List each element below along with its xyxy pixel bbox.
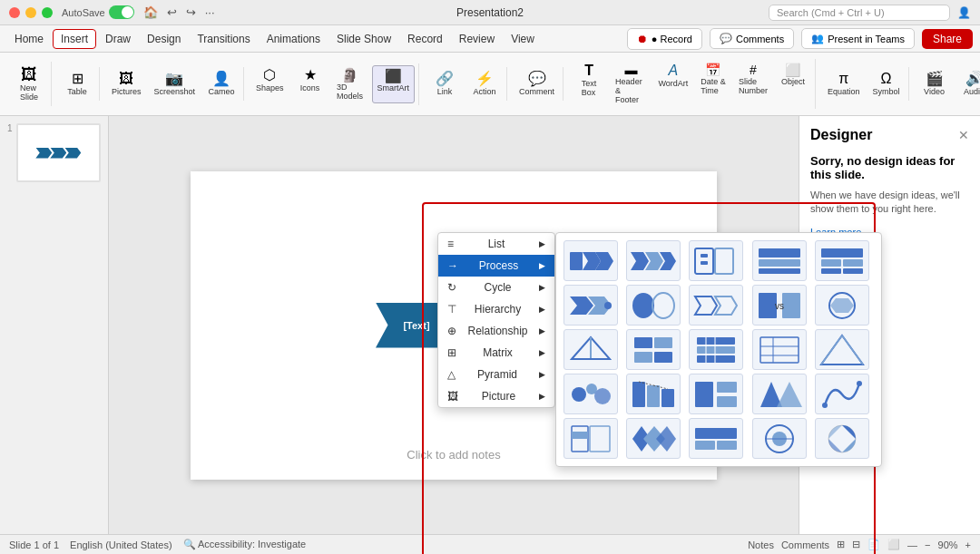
smartart-cell-8[interactable] xyxy=(689,285,743,326)
date-time-icon: 📅 xyxy=(705,63,720,76)
account-icon[interactable]: 👤 xyxy=(957,6,971,19)
zoom-out-button[interactable]: − xyxy=(925,539,930,550)
home-icon[interactable]: 🏠 xyxy=(143,5,158,19)
new-slide-button[interactable]: 🖼 NewSlide xyxy=(11,63,47,104)
minimize-window-button[interactable] xyxy=(25,7,36,18)
view-reading-icon[interactable]: 📄 xyxy=(867,539,880,550)
smartart-button[interactable]: ⬛ SmartArt xyxy=(372,65,416,103)
text-box-button[interactable]: T TextBox xyxy=(571,61,607,107)
redo-icon[interactable]: ↪ xyxy=(186,5,196,19)
smartart-cell-16[interactable] xyxy=(564,374,618,414)
zoom-in-button[interactable]: + xyxy=(965,539,971,550)
smartart-cell-22[interactable] xyxy=(626,418,681,459)
smartart-cell-20[interactable] xyxy=(815,374,869,414)
search-bar[interactable]: Search (Cmd + Ctrl + U) xyxy=(769,5,950,21)
smartart-cell-9[interactable]: vs xyxy=(752,285,807,326)
view-slide-sorter-icon[interactable]: ⊟ xyxy=(852,539,860,550)
smartart-menu[interactable]: ≡ List ▶ → Process ▶ ↻ Cycle ▶ ⊤ Hierarc… xyxy=(437,232,555,408)
smartart-cell-18[interactable] xyxy=(689,374,743,414)
smartart-cell-3[interactable] xyxy=(689,240,743,281)
smartart-cell-7[interactable] xyxy=(626,285,681,326)
smartart-relationship-item[interactable]: ⊕ Relationship ▶ xyxy=(438,320,554,342)
comments-status-button[interactable]: Comments xyxy=(781,539,829,550)
menu-animations[interactable]: Animations xyxy=(260,30,328,48)
slide-number-button[interactable]: # SlideNumber xyxy=(735,61,771,107)
smartart-cell-2[interactable] xyxy=(626,240,681,281)
click-to-add-notes[interactable]: Click to add notes xyxy=(407,448,500,462)
present-teams-button[interactable]: 👥 Present in Teams xyxy=(801,28,915,49)
comment-button[interactable]: 💬 Comment xyxy=(514,69,559,99)
smartart-cell-24[interactable] xyxy=(752,418,807,459)
date-time-button[interactable]: 📅 Date &Time xyxy=(695,61,731,107)
smartart-cell-14[interactable] xyxy=(752,329,807,370)
smartart-cell-15[interactable] xyxy=(815,329,869,370)
smartart-list-item[interactable]: ≡ List ▶ xyxy=(438,233,554,255)
menu-insert[interactable]: Insert xyxy=(53,29,96,49)
svg-rect-71 xyxy=(695,441,715,450)
header-footer-button[interactable]: ▬ Header &Footer xyxy=(611,61,652,107)
menu-home[interactable]: Home xyxy=(7,30,51,48)
smartart-cell-13[interactable] xyxy=(689,329,743,370)
3d-models-button[interactable]: 🗿 3DModels xyxy=(332,65,368,103)
ribbon-group-text: T TextBox ▬ Header &Footer A WordArt 📅 D… xyxy=(567,59,816,109)
title-bar-nav: 🏠 ↩ ↪ ··· xyxy=(143,5,215,19)
smartart-cell-25[interactable] xyxy=(815,418,869,459)
smartart-cycle-item[interactable]: ↻ Cycle ▶ xyxy=(438,277,554,298)
shapes-button[interactable]: ⬡ Shapes xyxy=(251,65,289,103)
smartart-hierarchy-item[interactable]: ⊤ Hierarchy ▶ xyxy=(438,298,554,320)
notes-button[interactable]: Notes xyxy=(748,539,774,550)
canvas-area[interactable]: [Text] [Te... Click to add notes ≡ List … xyxy=(109,116,799,534)
smartart-cell-12[interactable] xyxy=(626,329,681,370)
smartart-cell-1[interactable] xyxy=(564,240,618,281)
object-button[interactable]: ⬜ Object xyxy=(775,61,811,107)
autosave-toggle[interactable] xyxy=(109,5,134,19)
smartart-cell-19[interactable] xyxy=(752,374,807,414)
smartart-cell-23[interactable] xyxy=(689,418,743,459)
audio-button[interactable]: 🔊 Audio xyxy=(956,69,980,99)
smartart-picture-item[interactable]: 🖼 Picture ▶ xyxy=(438,385,554,407)
cameo-button[interactable]: 👤 Cameo xyxy=(203,69,240,99)
smartart-cell-10[interactable] xyxy=(815,285,869,326)
smartart-grid-panel[interactable]: vs xyxy=(555,232,882,467)
smartart-cell-21[interactable] xyxy=(564,418,618,459)
smartart-matrix-item[interactable]: ⊞ Matrix ▶ xyxy=(438,342,554,364)
menu-slideshow[interactable]: Slide Show xyxy=(329,30,398,48)
smartart-cell-5[interactable] xyxy=(815,240,869,281)
pictures-button[interactable]: 🖼 Pictures xyxy=(107,69,146,99)
screenshot-button[interactable]: 📷 Screenshot xyxy=(150,69,201,99)
menu-view[interactable]: View xyxy=(504,30,542,48)
menu-review[interactable]: Review xyxy=(452,30,502,48)
menu-record[interactable]: Record xyxy=(400,30,450,48)
share-button[interactable]: Share xyxy=(922,29,973,49)
smartart-process-item[interactable]: → Process ▶ xyxy=(438,255,554,277)
action-button[interactable]: ⚡ Action xyxy=(466,69,503,99)
smartart-pyramid-item[interactable]: △ Pyramid ▶ xyxy=(438,364,554,385)
smartart-cell-4[interactable] xyxy=(752,240,807,281)
smartart-cell-6[interactable] xyxy=(564,285,618,326)
view-normal-icon[interactable]: ⊞ xyxy=(837,539,845,550)
fullscreen-window-button[interactable] xyxy=(42,7,53,18)
menu-draw[interactable]: Draw xyxy=(98,30,138,48)
table-button[interactable]: ⊞ Table xyxy=(59,69,95,99)
menu-transitions[interactable]: Transitions xyxy=(190,30,257,48)
smartart-cell-11[interactable] xyxy=(564,329,618,370)
video-button[interactable]: 🎬 Video xyxy=(916,69,953,99)
more-icon[interactable]: ··· xyxy=(205,5,215,19)
equation-button[interactable]: π Equation xyxy=(823,69,865,99)
menu-design[interactable]: Design xyxy=(140,30,188,48)
link-button[interactable]: 🔗 Link xyxy=(426,69,463,99)
view-presenter-icon[interactable]: ⬜ xyxy=(887,539,900,550)
3d-models-icon: 🗿 xyxy=(341,68,358,82)
comments-ribbon-button[interactable]: 💬 Comments xyxy=(710,28,794,49)
icons-button[interactable]: ★ Icons xyxy=(292,65,328,103)
slide-thumbnail[interactable] xyxy=(16,123,101,182)
designer-close-button[interactable]: ✕ xyxy=(958,128,969,142)
wordart-button[interactable]: A WordArt xyxy=(655,61,691,107)
symbol-button[interactable]: Ω Symbol xyxy=(868,69,905,99)
video-icon: 🎬 xyxy=(926,72,944,86)
smartart-cell-17[interactable] xyxy=(626,374,681,414)
undo-icon[interactable]: ↩ xyxy=(167,5,177,19)
close-window-button[interactable] xyxy=(9,7,20,18)
ribbon-group-new-slide: 🖼 NewSlide xyxy=(7,62,52,106)
record-button[interactable]: ⏺ ● Record xyxy=(627,28,702,50)
